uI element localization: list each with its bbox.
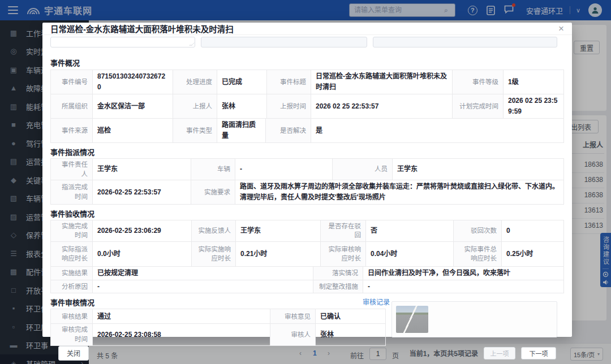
review-opinion-value: 已确认 xyxy=(320,311,341,322)
plan-time-value: 2026 02 25 23:59:59 xyxy=(508,96,559,116)
overview-table: 事件编号 8715013032407326720 处理进度 已完成 事件标题 日… xyxy=(50,70,564,143)
measures-value: - xyxy=(368,281,370,292)
impl-result-value: 已按规定清理 xyxy=(97,268,138,279)
impl-time-value: 2026-02-25 23:06:29 xyxy=(97,226,161,236)
assign-time-value: 2026-02-25 22:53:57 xyxy=(97,187,161,198)
assign-resp-value: 0.0小时 xyxy=(97,249,121,259)
modal-title: 日常巡检-金水东路辅道大面积落叶堆积未及时清扫 xyxy=(50,23,234,34)
impl-resp-value: 0.21小时 xyxy=(240,249,267,259)
resolved-value: 是 xyxy=(316,125,322,136)
close-icon[interactable]: × xyxy=(558,24,564,33)
event-level-value: 1级 xyxy=(508,77,519,88)
field-label: 实施反馈人 xyxy=(199,226,231,236)
field-label: 实际审核响应时长 xyxy=(325,245,361,263)
reviewer-value: 张林 xyxy=(320,330,334,340)
field-label: 上报人 xyxy=(193,102,213,111)
impl-status-value: 日间作业清扫及时干净，但今日强风，吹来落叶 xyxy=(368,268,510,279)
field-label: 制定整改措施 xyxy=(319,282,358,292)
field-label: 人员 xyxy=(375,164,388,174)
field-label: 是否存在驳回 xyxy=(325,222,361,240)
clipped-input[interactable] xyxy=(201,37,367,47)
feedback-person-value: 王学东 xyxy=(240,226,261,236)
requirement-value: 路面、道牙及雨水箅子周边的落叶须全部收集并装车运走：严禁将落叶焚烧或直接扫入绿化… xyxy=(240,181,559,202)
clipped-filter-row xyxy=(42,35,572,50)
record-info: 当前1，本页共5项记录 xyxy=(410,348,478,358)
event-title-value: 日常巡检-金水东路辅道大面积落叶堆积未及时清扫 xyxy=(316,71,448,92)
reporter-value: 张林 xyxy=(222,101,235,112)
field-label: 事件标题 xyxy=(280,77,306,87)
next-item-button[interactable]: 下一项 xyxy=(521,347,556,359)
field-label: 实际事件总响应时长 xyxy=(458,245,497,263)
field-label: 审核意见 xyxy=(285,312,311,322)
field-label: 审核人 xyxy=(291,330,311,340)
assign-table: 事件责任人 王学东 车辆 - 人员 王学东 指派完成时间 2026-02-25 … xyxy=(50,158,564,205)
field-label: 驳回次数 xyxy=(471,226,497,236)
field-label: 事件编号 xyxy=(62,77,88,87)
section-heading-assign: 事件指派情况 xyxy=(50,146,564,157)
acceptance-table: 实施完成时间 2026-02-25 23:06:29 实施反馈人 王学东 是否存… xyxy=(50,220,564,294)
field-label: 是否解决 xyxy=(280,126,306,136)
field-label: 所属组织 xyxy=(62,102,88,111)
owner-value: 王学东 xyxy=(97,164,118,175)
field-label: 事件等级 xyxy=(472,77,498,87)
field-label: 处理进度 xyxy=(186,77,212,87)
total-resp-value: 0.25小时 xyxy=(506,249,533,259)
event-number-value: 8715013032407326720 xyxy=(97,71,168,92)
reason-value: - xyxy=(97,281,100,292)
reject-value: 否 xyxy=(371,226,377,236)
org-value: 金水区保洁一部 xyxy=(97,101,145,112)
review-result-value: 通过 xyxy=(97,311,111,322)
clipped-input[interactable] xyxy=(373,37,557,47)
section-heading-acceptance: 事件验收情况 xyxy=(50,208,564,219)
field-label: 指派完成时间 xyxy=(55,183,88,201)
close-button[interactable]: 关闭 xyxy=(58,346,89,361)
field-label: 实际实施响应时长 xyxy=(196,245,231,263)
review-table: 审核结果 通过 审核意见 已确认 审核完成时间 2026-02-25 23:08… xyxy=(50,309,386,345)
field-label: 落实情况 xyxy=(332,268,358,278)
road-photo-thumbnail[interactable] xyxy=(396,306,428,333)
field-label: 事件责任人 xyxy=(55,160,88,179)
field-label: 事件来源 xyxy=(62,126,88,136)
review-time-value: 2026-02-25 23:08:58 xyxy=(97,330,161,340)
prev-item-button[interactable]: 上一项 xyxy=(484,347,515,359)
clipped-textarea[interactable] xyxy=(50,37,195,47)
review-resp-value: 0.04小时 xyxy=(371,249,397,259)
field-label: 实际指派响应时长 xyxy=(55,245,88,263)
report-time-value: 2026 02 25 22:53:57 xyxy=(316,101,378,112)
field-label: 实施结果 xyxy=(62,268,88,278)
progress-value: 已完成 xyxy=(222,77,242,88)
event-detail-modal: 日常巡检-金水东路辅道大面积落叶堆积未及时清扫 × 事件概况 事件编号 8715… xyxy=(42,23,572,337)
section-heading-overview: 事件概况 xyxy=(50,57,564,68)
section-heading-review: 事件审核情况 xyxy=(50,298,94,307)
field-label: 审核结果 xyxy=(62,312,88,322)
field-label: 实施要求 xyxy=(204,188,230,197)
reject-count-value: 0 xyxy=(506,226,510,236)
field-label: 上报时间 xyxy=(280,102,306,111)
field-label: 实施完成时间 xyxy=(55,222,88,240)
field-label: 计划完成时间 xyxy=(459,102,498,111)
review-record-link[interactable]: 审核记录 xyxy=(363,297,390,306)
person-value: 王学东 xyxy=(397,164,418,175)
vehicle-value: - xyxy=(240,164,242,175)
field-label: 分析原因 xyxy=(62,282,88,292)
type-value: 路面清扫质量 xyxy=(222,120,261,141)
field-label: 车辆 xyxy=(217,164,230,174)
source-value: 巡检 xyxy=(97,125,111,136)
field-label: 审核完成时间 xyxy=(55,325,88,344)
field-label: 事件类型 xyxy=(186,126,212,136)
